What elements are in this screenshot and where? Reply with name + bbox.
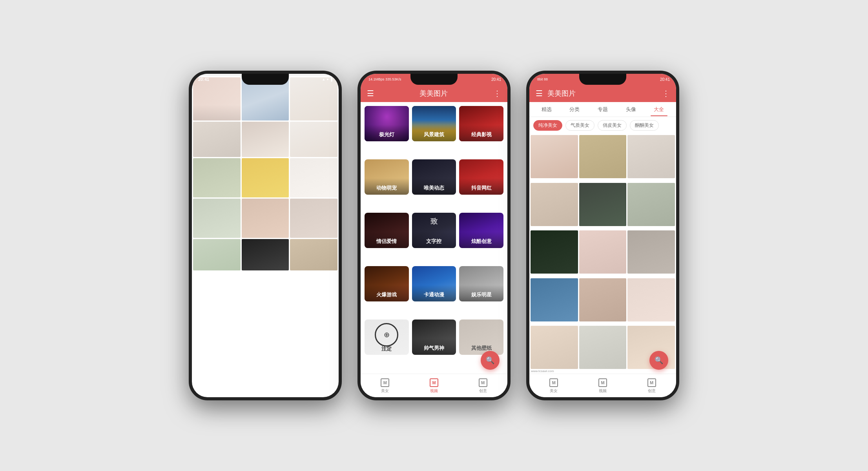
tab-avatar[interactable]: 头像 (617, 103, 645, 116)
beauty-cell[interactable] (579, 326, 627, 369)
search-fab-icon: 🔍 (486, 356, 494, 365)
photo-cell[interactable] (242, 122, 289, 157)
filter-cute[interactable]: 俏皮美女 (598, 120, 627, 131)
search-fab-icon-3: 🔍 (655, 356, 663, 365)
cat-couple[interactable]: 情侣爱情 (365, 213, 409, 248)
status-icons-1: ▲ ● ▐ (322, 77, 332, 81)
cat-cartoon[interactable]: 卡通动漫 (412, 266, 456, 301)
cat-label: 经典影视 (459, 125, 503, 141)
photo-cell[interactable] (193, 158, 241, 197)
search-fab[interactable]: 🔍 (481, 351, 500, 370)
tab-special[interactable]: 专题 (589, 103, 617, 116)
photo-cell[interactable] (290, 158, 337, 197)
nav-discover[interactable]: M 创意 (458, 378, 507, 394)
nav-discover-label-3: 创意 (648, 388, 656, 394)
bottom-nav-2: M 美女 M 视频 M 创意 (361, 374, 507, 397)
beauty-cell[interactable] (627, 183, 675, 226)
cat-label: 炫酷创意 (459, 232, 503, 248)
cat-label: 唯美动态 (412, 178, 456, 195)
filter-elegant[interactable]: 气质美女 (565, 120, 594, 131)
cat-celeb[interactable]: 娱乐明星 (459, 266, 503, 301)
cat-label: 抖音网红 (459, 178, 503, 195)
more-icon[interactable]: ⋮ (493, 89, 501, 98)
phone-3: 8bit 88 20:41 ☰ 美美图片 ⋮ 精选 分类 专题 头像 大全 纯净… (526, 71, 679, 400)
photo-cell[interactable] (290, 239, 337, 270)
nav-discover-icon: M (478, 378, 488, 387)
filter-pure[interactable]: 纯净美女 (533, 120, 562, 131)
beauty-cell[interactable] (531, 135, 578, 178)
cat-movie[interactable]: 经典影视 (459, 106, 503, 141)
cat-handsome[interactable]: 帅气男神 (412, 319, 456, 355)
photo-cell[interactable] (193, 239, 241, 270)
menu-icon-3[interactable]: ☰ (536, 89, 543, 98)
notch-3 (579, 74, 626, 85)
photo-cell[interactable] (290, 199, 337, 238)
watermark-url: www.tcsawl.com (531, 369, 554, 373)
phone-2: 14.1MBps 335.53K/s 20:41 ☰ 美美图片 ⋮ 极光灯 风景… (357, 71, 511, 400)
nav-discover-icon-3: M (647, 378, 656, 387)
cat-tiktok[interactable]: 抖音网红 (459, 159, 503, 195)
nav-video-3[interactable]: M 视频 (578, 378, 627, 394)
filter-special[interactable]: 酮酮美女 (630, 120, 659, 131)
photo-cell[interactable] (242, 158, 289, 197)
cat-label: 卡通动漫 (412, 285, 456, 301)
photo-cell[interactable] (193, 122, 241, 157)
menu-icon[interactable]: ☰ (367, 89, 374, 98)
nav-beauty[interactable]: M 美女 (361, 378, 410, 394)
category-grid: 极光灯 风景建筑 经典影视 动物萌宠 唯美动态 抖音网红 情侣爱情 (361, 102, 507, 374)
cat-aurora[interactable]: 极光灯 (365, 106, 409, 141)
network-info: 14.1MBps 335.53K/s (368, 77, 401, 81)
time-3: 20:41 (660, 77, 670, 82)
cat-beauty-anim[interactable]: 唯美动态 (412, 159, 456, 195)
notch-1 (242, 74, 289, 85)
beauty-cell[interactable] (627, 135, 675, 178)
wifi-icon: ▲ (322, 77, 325, 81)
cat-circle[interactable]: ⊕ 注定 (365, 319, 409, 355)
tab-all[interactable]: 大全 (645, 103, 673, 116)
photo-cell[interactable] (193, 199, 241, 238)
screen-2: 14.1MBps 335.53K/s 20:41 ☰ 美美图片 ⋮ 极光灯 风景… (361, 74, 507, 397)
cat-label: 火爆游戏 (365, 285, 409, 301)
nav-video-icon: M (429, 378, 439, 387)
app-title-3: 美美图片 (547, 89, 657, 98)
search-fab-3[interactable]: 🔍 (649, 351, 668, 370)
photo-cell[interactable] (242, 199, 289, 238)
cat-games[interactable]: 火爆游戏 (365, 266, 409, 301)
nav-discover-label: 创意 (479, 388, 487, 394)
beauty-cell[interactable] (531, 326, 578, 369)
beauty-cell[interactable] (579, 135, 627, 178)
beauty-cell[interactable] (627, 278, 675, 321)
nav-video[interactable]: M 视频 (410, 378, 459, 394)
beauty-cell[interactable] (531, 183, 578, 226)
app-title-2: 美美图片 (379, 89, 489, 98)
beauty-cell[interactable] (531, 278, 578, 321)
app-bar-2: ☰ 美美图片 ⋮ (361, 85, 507, 102)
beauty-cell[interactable] (579, 278, 627, 321)
cat-text[interactable]: 致 文字控 (412, 213, 456, 248)
cat-label: 帅气男神 (412, 338, 456, 355)
cat-animals[interactable]: 动物萌宠 (365, 159, 409, 195)
beauty-cell[interactable] (579, 183, 627, 226)
cat-label: 情侣爱情 (365, 232, 409, 248)
cat-other[interactable]: 其他壁纸 (459, 319, 503, 355)
nav-beauty-3[interactable]: M 美女 (529, 378, 578, 394)
beauty-cell[interactable] (579, 230, 627, 274)
cat-label: 文字控 (412, 232, 456, 248)
photo-cell[interactable] (290, 122, 337, 157)
time-1: 20:41 (198, 77, 209, 82)
cat-label: 其他壁纸 (459, 338, 503, 355)
notch-2 (410, 74, 458, 85)
battery-icon: ▐ (330, 77, 332, 81)
beauty-cell[interactable] (627, 230, 675, 274)
photo-cell[interactable] (242, 239, 289, 270)
beauty-cell[interactable] (531, 230, 578, 274)
tab-selected[interactable]: 精选 (532, 103, 561, 116)
cat-creative[interactable]: 炫酷创意 (459, 213, 503, 248)
more-icon-3[interactable]: ⋮ (662, 89, 670, 98)
cat-scenery[interactable]: 风景建筑 (412, 106, 456, 141)
tabs-bar: 精选 分类 专题 头像 大全 (529, 102, 676, 117)
bottom-nav-3: M 美女 M 视频 M 创意 (529, 374, 676, 397)
nav-discover-3[interactable]: M 创意 (627, 378, 676, 394)
phone-1: 20:41 ▲ ● ▐ (189, 71, 342, 400)
tab-category[interactable]: 分类 (561, 103, 589, 116)
